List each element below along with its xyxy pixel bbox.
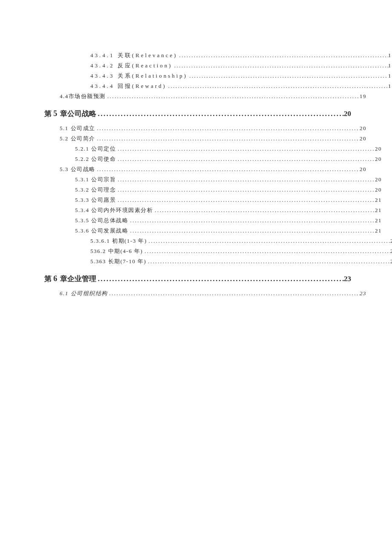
toc-entry: 5.2 公司简介 20	[60, 134, 366, 144]
toc-leader-dots	[96, 107, 344, 121]
toc-leader-dots	[146, 256, 390, 267]
toc-entry: 5.1 公司成立 20	[60, 123, 366, 134]
toc-title: 关系(Relationship)	[118, 73, 187, 79]
toc-page-number: 21	[375, 205, 382, 215]
toc-page-number: 21	[390, 246, 392, 256]
toc-label: 第 5 章公司战略	[44, 107, 96, 121]
toc-leader-dots	[173, 61, 388, 71]
toc-page-number: 20	[360, 164, 366, 174]
toc-page-number: 23	[360, 288, 366, 299]
toc-entry: 第 6 章企业管理 23	[44, 272, 351, 286]
toc-leader-dots	[116, 144, 375, 154]
toc-page-number: 20	[360, 134, 366, 144]
toc-entry: 43.4.3 关系(Relationship) 18	[90, 71, 392, 81]
toc-entry: 5.3.5 公司总体战略 21	[75, 215, 382, 226]
toc-label: 5.3.6.1 初期(1-3 年)	[90, 236, 147, 246]
chapter-number: 6	[53, 274, 57, 283]
toc-label: 43.4.2 反应(Reaction)	[90, 61, 173, 71]
toc-number: 6.1	[60, 290, 69, 296]
toc-title: 公司内外环境因素分析	[91, 207, 153, 213]
toc-number: 5.2	[60, 135, 69, 142]
toc-number: 5.2.2	[75, 156, 89, 162]
toc-title: 公司总体战略	[91, 217, 128, 224]
toc-leader-dots	[167, 81, 388, 91]
toc-page-number: 21	[390, 236, 392, 246]
toc-leader-dots	[116, 154, 375, 164]
toc-entry: 5.3.6 公司发展战略 21	[75, 226, 382, 236]
toc-page-number: 21	[375, 195, 382, 205]
toc-number: 5.3.6.1	[90, 238, 110, 244]
toc-label: 5.3.4 公司内外环境因素分析	[75, 205, 153, 215]
toc-label: 5.2 公司简介	[60, 134, 95, 144]
toc-title: 公司愿景	[91, 197, 116, 203]
toc-page-number: 20	[375, 174, 382, 185]
toc-page-number: 22	[390, 256, 392, 267]
toc-label: 43.4.3 关系(Relationship)	[90, 71, 187, 81]
toc-label: 5.3 公司战略	[60, 164, 95, 174]
toc-title: 公司成立	[71, 125, 95, 131]
toc-entry: 第 5 章公司战略 20	[44, 107, 351, 121]
toc-label: 5.2.2 公司使命	[75, 154, 116, 164]
toc-title: 公司理念	[91, 186, 116, 193]
toc-label: 第 6 章企业管理	[44, 272, 96, 286]
toc-number: 536.2	[90, 248, 106, 254]
toc-number: 43.4.4	[90, 83, 115, 89]
chapter-prefix: 第	[44, 110, 52, 118]
toc-title: 公司战略	[71, 166, 95, 172]
toc-entry: 43.4.1 关联(Relevance) 18	[90, 50, 392, 61]
toc-leader-dots	[178, 50, 388, 61]
toc-page-number: 20	[360, 123, 366, 134]
toc-page-number: 18	[388, 61, 392, 71]
toc-entry: 5.3.4 公司内外环境因素分析 21	[75, 205, 382, 215]
toc-number: 5.3.3	[75, 197, 89, 203]
toc-entry: 4.4市场份额预测 19	[60, 91, 366, 102]
toc-page-number: 20	[375, 144, 382, 154]
toc-number: 5.1	[60, 125, 69, 131]
toc-number: 4.4	[60, 93, 69, 99]
toc-title: 公司组织结构	[71, 290, 108, 296]
toc-entry: 43.4.2 反应(Reaction) 18	[90, 61, 392, 71]
toc-number: 5.2.1	[75, 145, 89, 152]
toc-label: 5.3.3 公司愿景	[75, 195, 116, 205]
toc-leader-dots	[116, 195, 375, 205]
toc-leader-dots	[95, 164, 360, 174]
toc-title: 市场份额预测	[69, 93, 106, 99]
toc-entry: 5.3 公司战略 20	[60, 164, 366, 174]
toc-number: 43.4.3	[90, 73, 115, 79]
toc-number: 5.3.4	[75, 207, 89, 213]
toc-title: 公司宗旨	[91, 176, 116, 183]
toc-page-number: 20	[344, 107, 351, 121]
chapter-number: 5	[53, 109, 57, 118]
toc-leader-dots	[95, 123, 360, 134]
toc-title: 公司定位	[91, 145, 116, 152]
toc-number: 43.4.1	[90, 52, 115, 58]
toc-entry: 5.3.2 公司理念 20	[75, 185, 382, 195]
chapter-title: 章公司战略	[60, 110, 96, 118]
toc-label: 5.1 公司成立	[60, 123, 95, 134]
toc-title: 反应(Reaction)	[118, 62, 173, 69]
toc-title: 中期(4-6 年)	[108, 248, 143, 254]
toc-leader-dots	[108, 288, 360, 299]
toc-label: 5.3.6 公司发展战略	[75, 226, 128, 236]
toc-leader-dots	[147, 236, 390, 246]
toc-label: 5.3.2 公司理念	[75, 185, 116, 195]
toc-entry: 536.2 中期(4-6 年) 21	[90, 246, 392, 256]
toc-leader-dots	[128, 215, 375, 226]
toc-number: 5.3.1	[75, 176, 89, 183]
toc-page-number: 21	[375, 215, 382, 226]
toc-title: 初期(1-3 年)	[112, 238, 147, 244]
toc-page-number: 19	[360, 91, 366, 102]
toc-page-number: 19	[388, 81, 392, 91]
toc-page-number: 18	[388, 71, 392, 81]
chapter-title: 章企业管理	[60, 275, 96, 283]
toc-entry: 5.2.1 公司定位 20	[75, 144, 382, 154]
toc-number: 5.3.6	[75, 227, 89, 234]
toc-number: 5.3	[60, 166, 69, 172]
toc-entry: 5.3.6.1 初期(1-3 年) 21	[90, 236, 392, 246]
toc-label: 43.4.1 关联(Relevance)	[90, 50, 178, 61]
toc-number: 5.363	[90, 258, 106, 264]
toc-label: 4.4市场份额预测	[60, 91, 106, 102]
toc-leader-dots	[116, 185, 375, 195]
toc-number: 5.3.5	[75, 217, 89, 224]
toc-entry: 5.2.2 公司使命 20	[75, 154, 382, 164]
